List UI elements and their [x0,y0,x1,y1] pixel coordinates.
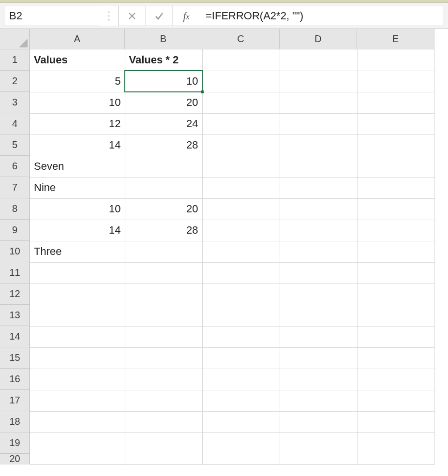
cell-C15[interactable] [202,347,280,369]
cell-D16[interactable] [280,369,357,390]
row-header-1[interactable]: 1 [0,49,30,71]
cell-B1[interactable]: Values * 2 [125,49,202,71]
cell-A8[interactable]: 10 [30,198,125,220]
row-header-13[interactable]: 13 [0,305,30,326]
spreadsheet-cells[interactable]: ValuesValues * 2510102012241428SevenNine… [30,49,435,465]
cell-D8[interactable] [280,198,357,220]
cell-C18[interactable] [202,411,280,432]
row-header-2[interactable]: 2 [0,71,30,92]
cell-E18[interactable] [357,411,434,432]
cell-D13[interactable] [280,305,357,326]
cell-B9[interactable]: 28 [125,220,202,241]
row-header-11[interactable]: 11 [0,262,30,283]
cell-B2[interactable]: 10 [125,71,202,92]
cell-E17[interactable] [357,390,434,411]
cell-C20[interactable] [202,454,280,464]
cell-C12[interactable] [202,283,280,305]
cell-D14[interactable] [280,326,357,347]
cell-C19[interactable] [202,432,280,454]
cell-C2[interactable] [202,71,280,92]
cell-E9[interactable] [357,220,434,241]
cell-D2[interactable] [280,71,357,92]
cell-C13[interactable] [202,305,280,326]
cell-D17[interactable] [280,390,357,411]
cell-B18[interactable] [125,411,202,432]
cell-E8[interactable] [357,198,434,220]
cell-A6[interactable]: Seven [30,156,125,177]
row-header-17[interactable]: 17 [0,390,30,411]
cell-A12[interactable] [30,283,125,305]
cell-E10[interactable] [357,241,434,262]
cell-A13[interactable] [30,305,125,326]
column-header-B[interactable]: B [125,29,202,49]
row-header-6[interactable]: 6 [0,156,30,177]
formula-bar-drag-handle[interactable] [100,11,118,21]
cell-B4[interactable]: 24 [125,113,202,134]
column-header-A[interactable]: A [30,29,125,49]
cell-B14[interactable] [125,326,202,347]
row-header-15[interactable]: 15 [0,347,30,369]
cell-A16[interactable] [30,369,125,390]
row-header-7[interactable]: 7 [0,177,30,198]
cell-A10[interactable]: Three [30,241,125,262]
cell-D12[interactable] [280,283,357,305]
row-header-3[interactable]: 3 [0,92,30,113]
cell-E5[interactable] [357,134,434,156]
cell-B17[interactable] [125,390,202,411]
cell-D1[interactable] [280,49,357,71]
cell-E3[interactable] [357,92,434,113]
cell-B12[interactable] [125,283,202,305]
cell-A7[interactable]: Nine [30,177,125,198]
cell-B11[interactable] [125,262,202,283]
cell-A17[interactable] [30,390,125,411]
cell-B13[interactable] [125,305,202,326]
row-header-9[interactable]: 9 [0,220,30,241]
cell-C17[interactable] [202,390,280,411]
row-header-16[interactable]: 16 [0,369,30,390]
cell-B6[interactable] [125,156,202,177]
formula-input[interactable] [200,6,444,26]
row-header-5[interactable]: 5 [0,134,30,156]
column-header-E[interactable]: E [357,29,434,49]
cell-B16[interactable] [125,369,202,390]
row-header-18[interactable]: 18 [0,411,30,432]
cell-A18[interactable] [30,411,125,432]
cell-E4[interactable] [357,113,434,134]
cell-E16[interactable] [357,369,434,390]
cell-D9[interactable] [280,220,357,241]
confirm-button[interactable] [146,6,173,26]
cell-E2[interactable] [357,71,434,92]
cell-C7[interactable] [202,177,280,198]
cell-E1[interactable] [357,49,434,71]
column-header-C[interactable]: C [202,29,280,49]
cell-A2[interactable]: 5 [30,71,125,92]
row-header-8[interactable]: 8 [0,198,30,220]
cell-A5[interactable]: 14 [30,134,125,156]
cell-A4[interactable]: 12 [30,113,125,134]
cell-C11[interactable] [202,262,280,283]
cell-D20[interactable] [280,454,357,464]
row-header-12[interactable]: 12 [0,283,30,305]
column-header-D[interactable]: D [280,29,357,49]
cell-C1[interactable] [202,49,280,71]
cell-E11[interactable] [357,262,434,283]
cell-A1[interactable]: Values [30,49,125,71]
cancel-button[interactable] [119,6,146,26]
cell-D19[interactable] [280,432,357,454]
cell-E7[interactable] [357,177,434,198]
cell-D11[interactable] [280,262,357,283]
cell-A3[interactable]: 10 [30,92,125,113]
cell-C3[interactable] [202,92,280,113]
cell-C4[interactable] [202,113,280,134]
cell-E6[interactable] [357,156,434,177]
cell-B19[interactable] [125,432,202,454]
cell-C6[interactable] [202,156,280,177]
row-header-19[interactable]: 19 [0,432,30,454]
cell-D5[interactable] [280,134,357,156]
cell-B7[interactable] [125,177,202,198]
cell-D10[interactable] [280,241,357,262]
cell-E13[interactable] [357,305,434,326]
cell-C8[interactable] [202,198,280,220]
cell-D7[interactable] [280,177,357,198]
cell-B3[interactable]: 20 [125,92,202,113]
